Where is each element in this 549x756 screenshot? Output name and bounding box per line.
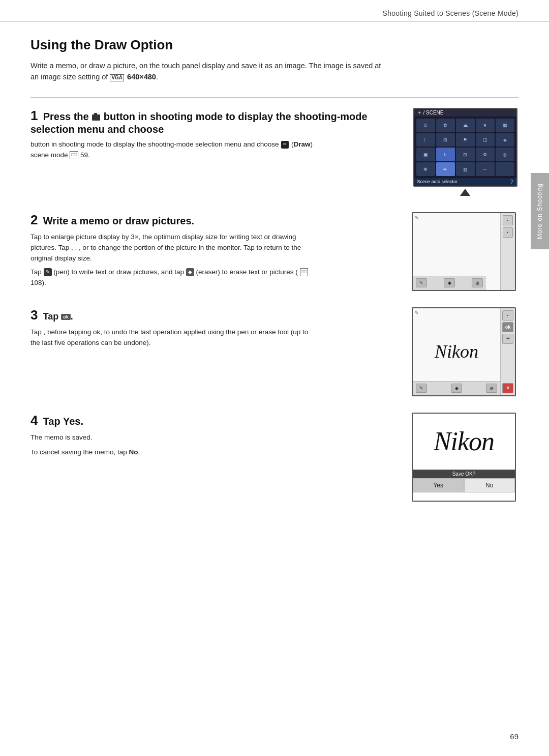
step-4-left: 4 Tap Yes. The memo is saved. To cancel … (30, 413, 412, 458)
screen3-toolbar: ✎ ◆ ⊕ (413, 381, 500, 395)
step-1-image: ✦ / SCENE ⊙ ✿ ⛰ ★ ▦ ☾ ⊞ (412, 108, 518, 196)
screen3-canvas: ✎ Nikon ✎ ◆ ⊕ (413, 308, 501, 395)
book-ref-2: □□ (300, 268, 309, 276)
vga-icon: VGA (110, 74, 124, 81)
scene-cell: ▦ (496, 119, 514, 132)
scene-cell: ⊟ (456, 148, 475, 161)
scene-cell: ⊞ (436, 133, 455, 147)
screen2-edit-icon: ✎ (415, 215, 419, 220)
screen2-sidebar: • ▪ (501, 213, 515, 290)
step-1-right: ✦ / SCENE ⊙ ✿ ⛰ ★ ▦ ☾ ⊞ (412, 108, 518, 196)
save-buttons: Yes No (413, 478, 515, 492)
sidebar-dot-1[interactable]: • (502, 310, 513, 321)
page-number: 69 (510, 732, 518, 741)
scene-cell: ▥ (456, 162, 475, 176)
scene-cell: ☾ (416, 133, 435, 147)
step-3-row: 3 Tap ok. Tap , before tapping ok, to un… (30, 307, 518, 396)
scene-cell: ⛰ (456, 119, 475, 132)
main-content: Using the Draw Option Write a memo, or d… (0, 22, 549, 538)
step-3-body: Tap , before tapping ok, to undo the las… (30, 327, 315, 348)
scene-cell: ▣ (416, 148, 435, 161)
draw-canvas-screen: ✎ ✎ ◆ ⊕ • ▪ (412, 212, 516, 291)
arrow-up (460, 189, 470, 196)
screen2-toolbar: ✎ ◆ ⊕ (413, 276, 486, 290)
step-4-row: 4 Tap Yes. The memo is saved. To cancel … (30, 413, 518, 502)
step-4-right: Nikon Save OK? Yes No (412, 413, 518, 502)
page-title: Using the Draw Option (30, 37, 518, 53)
step-4-heading-row: 4 Tap Yes. (30, 413, 402, 428)
scene-cell-draw: ✏ (436, 162, 455, 176)
page-header: Shooting Suited to Scenes (Scene Mode) (0, 0, 549, 22)
step-1-left: 1 Press the button in shooting mode to d… (30, 108, 412, 161)
nikon-draw-screen: ✎ Nikon ✎ ◆ ⊕ • ok ↩ ✕ (412, 307, 516, 396)
step-1-row: 1 Press the button in shooting mode to d… (30, 108, 518, 196)
screen2-canvas: ✎ ✎ ◆ ⊕ (413, 213, 501, 290)
eraser-btn-3[interactable]: ◆ (451, 384, 462, 393)
zoom-btn-3[interactable]: ⊕ (486, 384, 497, 393)
step-2-left: 2 Write a memo or draw pictures. Tap to … (30, 212, 412, 288)
scene-cell: ✻ (416, 162, 435, 176)
step-1-body: button in shooting mode to display the s… (30, 139, 315, 161)
save-screen-nikon: Nikon (413, 414, 515, 470)
step-2-body: Tap to enlarge picture display by 3×, th… (30, 232, 315, 288)
eraser-icon: ◆ (186, 268, 194, 276)
step-2-row: 2 Write a memo or draw pictures. Tap to … (30, 212, 518, 291)
eraser-tool-btn[interactable]: ◆ (444, 278, 455, 287)
side-tab: More on Shooting (531, 173, 549, 249)
nikon-text-display: Nikon (435, 341, 478, 362)
ok-button[interactable]: ok (502, 322, 513, 332)
scene-cell: ⊙ (416, 119, 435, 132)
pen-icon: ✎ (44, 268, 52, 276)
step-2-heading: Write a memo or draw pictures. (43, 215, 195, 226)
step-3-left: 3 Tap ok. Tap , before tapping ok, to un… (30, 307, 412, 348)
screen3-edit-icon: ✎ (415, 310, 419, 315)
step-3-right: ✎ Nikon ✎ ◆ ⊕ • ok ↩ ✕ (412, 307, 518, 396)
nikon-large-text: Nikon (434, 426, 494, 456)
screen3-sidebar: • ok ↩ ✕ (501, 308, 515, 395)
pen-tool-btn[interactable]: ✎ (416, 278, 427, 287)
scene-cell: ★ (476, 119, 495, 132)
pen-btn-3[interactable]: ✎ (416, 384, 427, 393)
scene-cell: ◈ (496, 133, 514, 147)
save-ok-bar: Save OK? (413, 470, 515, 478)
step-3-heading-row: 3 Tap ok. (30, 307, 402, 323)
sidebar-btn-2[interactable]: ▪ (503, 227, 513, 238)
page: Shooting Suited to Scenes (Scene Mode) U… (0, 0, 549, 756)
scene-bottom: Scene auto selector ? (414, 178, 516, 186)
scene-cell: ◫ (476, 133, 495, 147)
step-1-heading-row: 1 Press the button in shooting mode to d… (30, 108, 402, 135)
book-ref-1: □□ (70, 151, 78, 159)
step-4-body: The memo is saved. To cancel saving the … (30, 432, 315, 458)
close-button[interactable]: ✕ (502, 383, 513, 393)
arrow-icon (460, 189, 470, 196)
step-1-heading: Press the button in shooting mode to dis… (30, 111, 368, 135)
intro-text: Write a memo, or draw a picture, on the … (30, 60, 386, 83)
save-confirm-screen: Nikon Save OK? Yes No (412, 413, 516, 502)
divider-1 (30, 97, 518, 98)
header-title: Shooting Suited to Scenes (Scene Mode) (383, 9, 518, 17)
camera-icon (92, 114, 100, 121)
scene-cell: ⚙ (476, 148, 495, 161)
scene-cell: ↔ (476, 162, 495, 176)
scene-cell: ◎ (496, 148, 514, 161)
undo-button[interactable]: ↩ (502, 334, 513, 344)
ok-icon: ok (61, 314, 71, 320)
step-2-right: ✎ ✎ ◆ ⊕ • ▪ (412, 212, 518, 291)
step-3-heading: Tap ok. (43, 311, 73, 322)
scene-cell: ⚑ (456, 133, 475, 147)
scene-header: ✦ / SCENE (414, 109, 516, 117)
scene-cell: ✿ (436, 119, 455, 132)
sidebar-btn-1[interactable]: • (503, 215, 513, 225)
step-4-heading: Tap Yes. (43, 416, 83, 427)
scene-cell: II (436, 148, 455, 161)
step-2-heading-row: 2 Write a memo or draw pictures. (30, 212, 402, 228)
scene-mode-screen: ✦ / SCENE ⊙ ✿ ⛰ ★ ▦ ☾ ⊞ (413, 108, 517, 187)
side-tab-label: More on Shooting (536, 183, 543, 239)
scene-grid: ⊙ ✿ ⛰ ★ ▦ ☾ ⊞ ⚑ ◫ ◈ ▣ (414, 117, 516, 178)
no-button[interactable]: No (464, 478, 515, 492)
yes-button[interactable]: Yes (413, 478, 464, 492)
scene-cell (496, 162, 514, 176)
draw-icon: ✏ (281, 141, 289, 149)
zoom-btn[interactable]: ⊕ (472, 278, 483, 287)
